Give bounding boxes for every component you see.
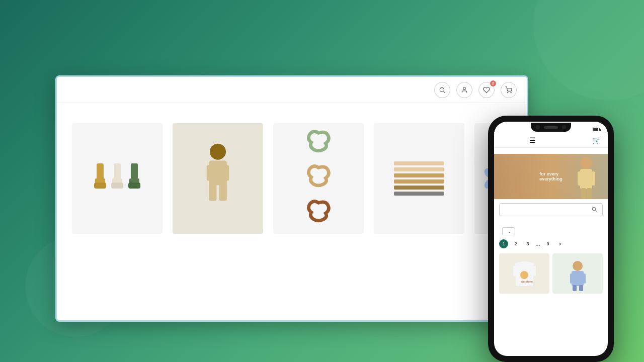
- mobile-pagination: 1 2 3 … 9 ›: [494, 237, 608, 250]
- svg-rect-30: [578, 171, 583, 186]
- desktop-mockup: 2: [55, 75, 528, 322]
- mobile-search-bar[interactable]: [499, 203, 603, 216]
- mobile-mockup: ☰ 🛒 for every everything: [488, 116, 614, 362]
- mobile-hero-content: for every everything: [535, 167, 567, 186]
- wishlist-badge: 2: [490, 80, 496, 86]
- wishlist-button[interactable]: 2: [478, 82, 495, 98]
- svg-text:sunshine: sunshine: [521, 280, 533, 283]
- svg-rect-16: [209, 183, 216, 201]
- svg-rect-18: [207, 165, 212, 180]
- battery-icon: [593, 128, 600, 131]
- svg-rect-44: [582, 274, 586, 284]
- mobile-menu-icon[interactable]: ☰: [529, 136, 536, 144]
- svg-rect-43: [570, 274, 574, 284]
- svg-rect-31: [590, 171, 595, 186]
- page-title: [0, 0, 644, 35]
- mobile-status-icons: [593, 128, 600, 131]
- product-card-socks[interactable]: [72, 123, 163, 241]
- svg-rect-8: [114, 163, 121, 181]
- page-9-button[interactable]: 9: [543, 239, 552, 248]
- cart-button[interactable]: [501, 82, 517, 98]
- svg-point-34: [592, 207, 596, 211]
- page-3-button[interactable]: 3: [523, 239, 532, 248]
- user-button[interactable]: [456, 82, 472, 98]
- svg-point-3: [508, 92, 508, 93]
- svg-point-41: [573, 261, 583, 271]
- mobile-hero-image: [573, 154, 603, 199]
- svg-rect-10: [111, 183, 123, 189]
- products-grid: [72, 123, 512, 241]
- product-image-scrunchie: [273, 123, 364, 234]
- product-card-clips[interactable]: [374, 123, 464, 241]
- mobile-products-grid: sunshine: [494, 250, 608, 297]
- svg-line-1: [444, 91, 445, 93]
- svg-point-20: [314, 138, 324, 147]
- mobile-nav: ☰ 🛒: [494, 133, 608, 148]
- product-image-socks: [72, 123, 163, 234]
- svg-rect-32: [581, 188, 586, 199]
- mobile-hero: for every everything: [494, 154, 608, 199]
- svg-point-2: [463, 87, 466, 89]
- svg-point-4: [511, 92, 511, 93]
- page-next-button[interactable]: ›: [555, 239, 565, 248]
- svg-rect-19: [224, 165, 229, 180]
- svg-point-0: [440, 87, 444, 92]
- mobile-product-2[interactable]: [552, 253, 603, 294]
- mobile-cart-icon[interactable]: 🛒: [592, 136, 601, 144]
- mobile-search-icon[interactable]: [591, 206, 597, 213]
- svg-rect-5: [97, 163, 104, 181]
- mobile-screen: ☰ 🛒 for every everything: [494, 122, 608, 356]
- chevron-down-icon: ⌄: [508, 229, 512, 234]
- svg-line-35: [595, 210, 596, 211]
- desktop-content: [57, 103, 527, 251]
- desktop-navbar: 2: [57, 77, 527, 103]
- svg-rect-17: [219, 183, 227, 201]
- svg-rect-11: [131, 163, 138, 181]
- svg-point-28: [580, 157, 592, 169]
- page-ellipsis: …: [535, 241, 540, 247]
- mobile-section-title: [494, 220, 608, 225]
- svg-point-14: [210, 144, 226, 160]
- page-2-button[interactable]: 2: [511, 239, 520, 248]
- mobile-sort-bar: ⌄: [494, 225, 608, 237]
- page-1-button[interactable]: 1: [499, 239, 508, 248]
- desktop-nav-icons: 2: [434, 82, 517, 98]
- search-button[interactable]: [434, 82, 450, 98]
- svg-point-39: [520, 271, 528, 279]
- mobile-hero-subtext2: everything: [539, 176, 562, 182]
- sort-select[interactable]: ⌄: [502, 227, 515, 235]
- svg-rect-7: [94, 183, 106, 189]
- mobile-hero-subtext: for every: [539, 171, 562, 176]
- product-image-overall: [173, 123, 263, 234]
- product-image-clips: [374, 123, 464, 234]
- svg-rect-45: [573, 285, 577, 291]
- svg-rect-46: [579, 285, 583, 291]
- product-card-scrunchie[interactable]: [273, 123, 364, 241]
- svg-rect-33: [587, 188, 592, 199]
- mobile-logo: [494, 148, 608, 154]
- mobile-product-1[interactable]: sunshine: [499, 253, 549, 294]
- product-card-overall[interactable]: [173, 123, 263, 241]
- svg-rect-13: [128, 183, 140, 189]
